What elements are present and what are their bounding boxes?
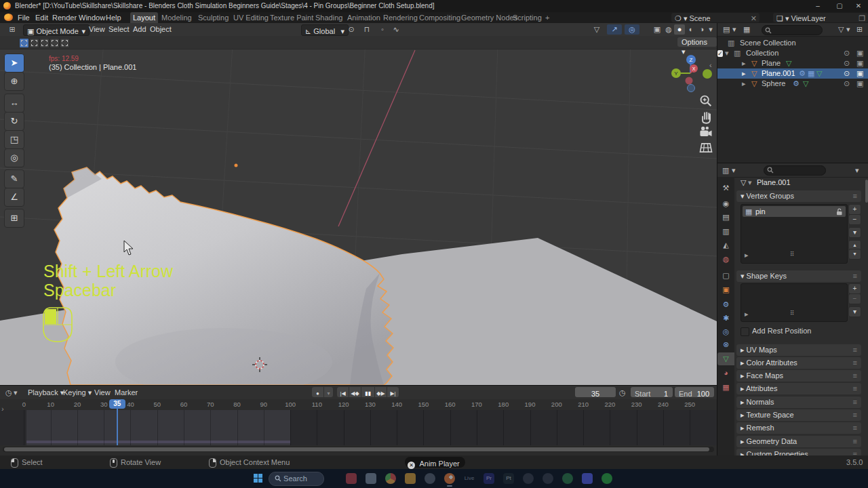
tab-view-layer[interactable]: ▥ (717, 225, 734, 238)
navigation-gizmo[interactable]: Z X Y (668, 51, 715, 98)
outliner-row-collection[interactable]: ▾ ▥ Collection ✓ ⊙ ▣ (717, 48, 868, 58)
outliner-row-plane-001[interactable]: ▸ ▽ Plane.001 ⚙ ▦ ▽ ⊙ ▣ (717, 68, 868, 79)
viewport-menu-select[interactable]: Select (105, 23, 133, 36)
panel-normals[interactable]: ▸ Normals ≡ (736, 396, 861, 408)
end-frame-field[interactable]: End 100 (675, 387, 714, 397)
tool-annotate[interactable]: ✎ (4, 169, 24, 188)
add-rest-position-checkbox[interactable] (741, 327, 749, 336)
tool-scale[interactable]: ◳ (4, 130, 24, 149)
tab-render[interactable]: ◉ (717, 197, 734, 210)
shape-key-specials-button[interactable]: ▾ (848, 306, 861, 317)
tab-world[interactable]: ◍ (717, 253, 734, 266)
outliner-row-sphere[interactable]: ▸ ▽ Sphere ⚙ ▽ ⊙ ▣ (717, 79, 868, 89)
tab-scripting[interactable]: Scripting (510, 12, 545, 23)
list-filter-grip-icon[interactable]: ⠿ (790, 251, 795, 258)
disable-render-camera-icon[interactable]: ▣ (856, 58, 863, 68)
timeline-expand-arrow[interactable]: › (1, 405, 4, 413)
object-expand-icon[interactable]: ▸ (742, 58, 746, 68)
panel-drag-handle-icon[interactable]: ≡ (853, 270, 857, 282)
outliner-filter-icon[interactable]: ▽ (838, 23, 844, 36)
start-frame-field[interactable]: Start 1 (631, 387, 673, 397)
scene-selector[interactable]: ❍ ▾ Scene ✕ (671, 13, 760, 22)
next-keyframe-button[interactable]: ◆▶ (375, 387, 387, 397)
outliner-row-plane[interactable]: ▸ ▽ Plane ▽ ⊙ ▣ (717, 58, 868, 68)
tab-tool[interactable]: ⚒ (717, 182, 734, 195)
axis-neg-y-ball[interactable] (703, 69, 712, 79)
auto-keying-record-icon[interactable]: ● (312, 387, 323, 397)
disable-render-camera-icon[interactable]: ▣ (856, 48, 863, 58)
falloff-icon[interactable]: ∿ (389, 23, 403, 36)
select-mode-invert[interactable] (50, 38, 60, 48)
panel-drag-handle-icon[interactable]: ≡ (853, 396, 857, 408)
blender-taskbar-icon[interactable] (444, 473, 455, 484)
tool-cursor[interactable]: ⊕ (4, 72, 24, 91)
panel-attributes[interactable]: ▸ Attributes ≡ (736, 383, 861, 394)
minimize-button[interactable]: – (808, 1, 827, 12)
panel-drag-handle-icon[interactable]: ≡ (853, 190, 857, 202)
outliner-row-scene-collection[interactable]: ▥ Scene Collection (717, 38, 868, 48)
tab-scene[interactable]: ◭ (717, 239, 734, 251)
tool-rotate[interactable]: ↻ (4, 112, 24, 131)
zoom-tool-icon[interactable] (698, 94, 713, 108)
previous-keyframe-button[interactable]: ◀◆ (349, 387, 361, 397)
outliner-display-mode-icon[interactable]: ▦ (743, 23, 750, 36)
tab-shading[interactable]: Shading (313, 12, 345, 23)
stopwatch-icon[interactable]: ◷ (619, 386, 626, 399)
tab-rendering[interactable]: Rendering (380, 12, 420, 23)
xray-toggle-icon[interactable]: ▣ (651, 23, 663, 36)
tab-texture-paint[interactable]: Texture Paint (267, 12, 316, 23)
vertex-group-grid-icon[interactable]: ▦ (808, 68, 814, 79)
outliner-filter-caret-icon[interactable]: ▾ (846, 23, 850, 36)
shape-key-remove-button[interactable]: − (848, 293, 861, 304)
timeline-editor-caret-icon[interactable]: ▾ (14, 386, 18, 399)
lock-icon[interactable] (836, 208, 843, 216)
jump-to-start-button[interactable]: |◀ (337, 387, 349, 397)
options-dropdown[interactable]: Options ▾ (677, 37, 717, 47)
taskbar-search-input[interactable]: Search (269, 472, 324, 486)
properties-scrollbar[interactable] (865, 180, 868, 203)
tool-measure[interactable]: ∠ (4, 188, 24, 207)
stop-player-icon[interactable]: ✕ (408, 462, 415, 469)
tool-move[interactable]: ↔ (4, 94, 24, 113)
photopea-icon[interactable]: Pt (503, 473, 514, 484)
timeline-scrollbar[interactable] (3, 447, 714, 452)
tab-particles[interactable]: ✱ (717, 312, 734, 325)
tab-object-data[interactable]: ▽ (717, 352, 734, 365)
task-view-icon[interactable] (366, 473, 376, 484)
panel-drag-handle-icon[interactable]: ≡ (853, 436, 857, 447)
shading-material-icon[interactable]: ◐ (686, 23, 696, 36)
view-layer-selector[interactable]: ❏ ▾ ViewLayer ❐ (773, 13, 868, 22)
shading-rendered-icon[interactable]: ◑ (696, 23, 707, 36)
outliner-editor-caret-icon[interactable]: ▾ (732, 23, 736, 36)
vertex-group-remove-button[interactable]: − (848, 214, 861, 225)
collection-checkbox[interactable]: ✓ (717, 50, 723, 57)
tool-select-box[interactable]: ➤ (4, 54, 24, 73)
object-expand-icon[interactable]: ▸ (742, 68, 746, 79)
blender-menu-icon[interactable] (4, 14, 13, 21)
tab-sculpting[interactable]: Sculpting (195, 12, 231, 23)
panel-texture-space[interactable]: ▸ Texture Space ≡ (736, 409, 861, 421)
tab-material[interactable]: ◕ (717, 367, 734, 380)
vertex-group-item[interactable]: ▦ pin (743, 206, 846, 217)
tab-layout[interactable]: Layout (130, 12, 158, 23)
maximize-button[interactable]: ▢ (830, 1, 849, 12)
tab-texture[interactable]: ▦ (717, 381, 734, 394)
panel-geometry-data[interactable]: ▸ Geometry Data ≡ (736, 436, 861, 447)
viewport-menu-object[interactable]: Object (146, 23, 175, 36)
axis-neg-z-ball[interactable] (688, 85, 695, 92)
tab-compositing[interactable]: Compositing (416, 12, 463, 23)
capture-app-icon[interactable] (542, 473, 553, 484)
panel-drag-handle-icon[interactable]: ≡ (853, 344, 857, 356)
anim-player-badge[interactable]: ✕ Anim Player (405, 457, 465, 468)
panel-face-maps[interactable]: ▸ Face Maps ≡ (736, 370, 861, 382)
properties-editor-icon[interactable]: ▥ (722, 163, 729, 177)
scene-clear-icon[interactable]: ✕ (751, 13, 757, 24)
snap-magnet-icon[interactable]: ⊓ (359, 23, 374, 36)
shading-solid-icon[interactable]: ● (674, 24, 685, 35)
panel-drag-handle-icon[interactable]: ≡ (853, 357, 857, 369)
timeline-menu-marker[interactable]: Marker (111, 386, 141, 399)
current-frame-field[interactable]: 35 (575, 387, 616, 397)
properties-options-caret-icon[interactable]: ▾ (855, 163, 859, 177)
tab-modifiers[interactable]: ⚙ (717, 298, 734, 311)
select-mode-intersect[interactable] (60, 38, 70, 48)
